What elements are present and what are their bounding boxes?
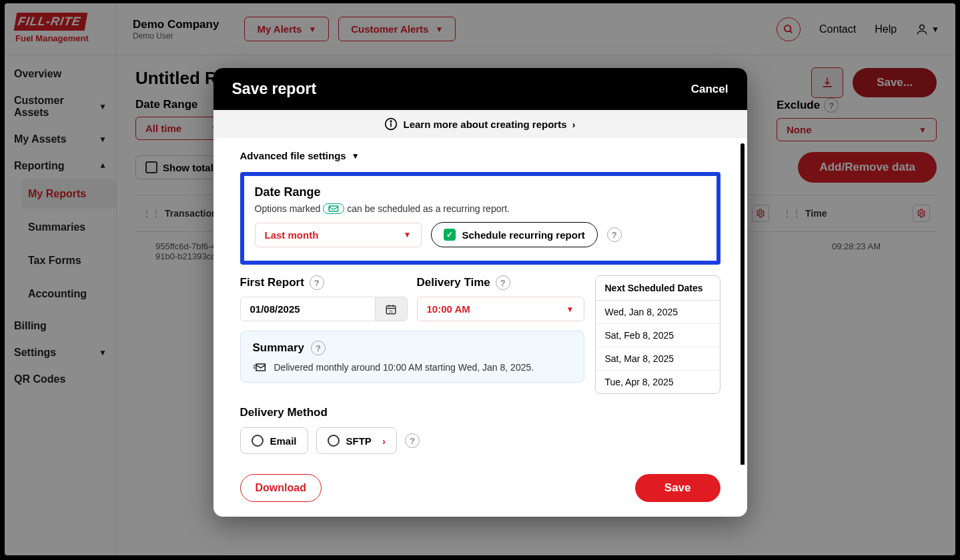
download-button-modal[interactable]: Download <box>240 474 322 502</box>
summary-label: Summary <box>253 341 304 355</box>
save-button-modal[interactable]: Save <box>635 474 721 502</box>
svg-point-7 <box>391 121 392 122</box>
next-scheduled-dates-header: Next Scheduled Dates <box>596 276 720 301</box>
schedule-recurring-label: Schedule recurring report <box>462 229 585 241</box>
delivery-sftp-option[interactable]: SFTP › <box>316 427 397 454</box>
delivery-time-value: 10:00 AM <box>427 303 470 315</box>
help-icon[interactable]: ? <box>405 433 420 448</box>
svg-text:31: 31 <box>389 309 393 313</box>
delivery-sftp-label: SFTP <box>346 435 372 447</box>
date-range-select-modal[interactable]: Last month ▼ <box>255 223 422 247</box>
modal-overlay: Save report Cancel Learn more about crea… <box>0 0 960 560</box>
first-report-label-text: First Report <box>240 276 304 289</box>
first-report-value: 01/08/2025 <box>241 297 375 321</box>
delivery-time-select[interactable]: 10:00 AM ▼ <box>417 297 584 321</box>
chevron-right-icon: › <box>382 435 386 447</box>
delivery-time-label: Delivery Time ? <box>417 275 584 290</box>
radio-icon <box>252 435 264 447</box>
info-icon <box>384 117 398 131</box>
learn-more-label: Learn more about creating reports <box>403 119 566 130</box>
calendar-icon: 31 <box>385 303 397 315</box>
advanced-file-settings-toggle[interactable]: Advanced file settings ▼ <box>240 150 721 161</box>
help-icon[interactable]: ? <box>311 341 326 355</box>
radio-icon <box>328 435 340 447</box>
scheduled-date-1: Wed, Jan 8, 2025 <box>596 301 720 324</box>
help-icon[interactable]: ? <box>496 275 510 290</box>
scheduled-date-2: Sat, Feb 8, 2025 <box>596 324 720 347</box>
advanced-file-settings-label: Advanced file settings <box>240 150 346 161</box>
chevron-down-icon: ▼ <box>404 230 412 239</box>
mail-icon <box>328 205 339 213</box>
cancel-button[interactable]: Cancel <box>691 83 729 96</box>
scrollbar[interactable] <box>741 143 745 465</box>
delivery-email-option[interactable]: Email <box>240 427 308 454</box>
summary-text: Delivered monthly around 10:00 AM starti… <box>274 362 534 373</box>
first-report-label: First Report ? <box>240 275 408 290</box>
learn-more-bar[interactable]: Learn more about creating reports › <box>213 110 747 138</box>
hint-post: can be scheduled as a recurring report. <box>347 203 510 214</box>
checkbox-checked-icon: ✓ <box>444 229 456 241</box>
date-range-hint: Options marked can be scheduled as a rec… <box>255 203 706 214</box>
help-icon[interactable]: ? <box>310 275 324 290</box>
chevron-down-icon: ▼ <box>352 151 360 161</box>
mail-schedule-icon <box>253 362 266 373</box>
scheduled-date-3: Sat, Mar 8, 2025 <box>596 347 720 371</box>
date-range-highlighted-section: Date Range Options marked can be schedul… <box>240 172 721 265</box>
scheduled-date-4: Tue, Apr 8, 2025 <box>596 371 720 393</box>
date-range-value-modal: Last month <box>265 229 319 241</box>
chevron-down-icon: ▼ <box>566 305 574 314</box>
next-scheduled-dates-panel: Next Scheduled Dates Wed, Jan 8, 2025 Sa… <box>595 275 721 394</box>
first-report-date-input[interactable]: 01/08/2025 31 <box>240 297 408 321</box>
delivery-method-label: Delivery Method <box>240 406 721 419</box>
calendar-button[interactable]: 31 <box>375 297 407 321</box>
chevron-right-icon: › <box>572 119 576 130</box>
delivery-email-label: Email <box>270 435 297 447</box>
schedule-recurring-toggle[interactable]: ✓ Schedule recurring report <box>431 222 598 247</box>
modal-title: Save report <box>232 80 317 98</box>
summary-box: Summary ? Delivered monthly around 10:00… <box>240 331 584 383</box>
recurring-badge-icon <box>323 203 344 214</box>
modal-header: Save report Cancel <box>213 68 747 110</box>
date-range-section-label: Date Range <box>255 185 706 199</box>
save-report-modal: Save report Cancel Learn more about crea… <box>213 68 747 517</box>
modal-footer: Download Save <box>213 465 747 517</box>
hint-pre: Options marked <box>255 203 321 214</box>
help-icon[interactable]: ? <box>607 227 622 242</box>
delivery-time-label-text: Delivery Time <box>417 276 490 289</box>
